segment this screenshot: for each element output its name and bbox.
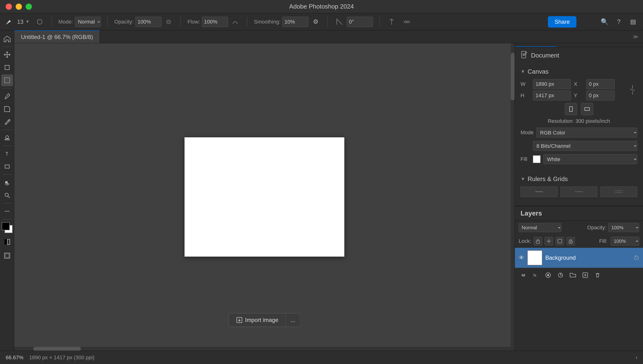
layer-delete-button[interactable] <box>593 270 602 280</box>
home-tool[interactable] <box>1 33 13 45</box>
transform-tool[interactable] <box>1 74 13 86</box>
crop-tool[interactable] <box>1 62 13 74</box>
import-more-button[interactable]: ... <box>286 313 300 327</box>
svg-point-28 <box>570 242 571 242</box>
scrollbar-thumb-h[interactable] <box>33 347 81 351</box>
more-tools[interactable] <box>1 205 13 217</box>
lock-all-icon[interactable] <box>566 237 575 246</box>
status-chevron[interactable]: › <box>636 354 637 361</box>
layer-mask-button[interactable] <box>543 270 553 280</box>
import-image-button[interactable]: Import image <box>228 313 285 327</box>
ruler-style-3[interactable] <box>600 186 637 197</box>
quick-mask-tool[interactable] <box>1 236 13 248</box>
svg-rect-7 <box>5 165 9 168</box>
flow-input[interactable]: 100% <box>202 17 228 27</box>
svg-point-32 <box>547 274 549 276</box>
height-input[interactable]: 1417 px <box>533 90 571 100</box>
ruler-style-2[interactable] <box>560 186 597 197</box>
scrollbar-vertical[interactable] <box>511 43 515 351</box>
document-size: 1890 px × 1417 px (300 ppi) <box>29 354 95 361</box>
ruler-style-1[interactable] <box>521 186 558 197</box>
flow-icon[interactable] <box>230 17 240 27</box>
spacer <box>515 201 643 206</box>
opacity-smoothing-icon[interactable] <box>163 17 174 27</box>
fill-value-select[interactable]: 100% <box>611 237 639 246</box>
smoothing-settings-icon[interactable]: ⚙ <box>310 17 321 27</box>
width-input[interactable]: 1890 px <box>533 79 571 89</box>
mode-label: Mode: <box>59 19 73 25</box>
canvas-section-title: Canvas <box>528 68 549 75</box>
fill-label-panel: Fill <box>521 156 530 162</box>
brush-tool[interactable] <box>1 116 13 128</box>
butterfly-icon[interactable] <box>402 17 412 27</box>
color-swatches[interactable] <box>2 222 13 233</box>
svg-rect-5 <box>5 139 9 140</box>
symmetry-icon[interactable] <box>386 17 397 27</box>
layer-new-button[interactable] <box>580 270 590 280</box>
svg-rect-16 <box>6 254 9 257</box>
canvas-section-header[interactable]: ▼ Canvas <box>521 68 637 75</box>
layers-opacity-select[interactable]: 100% <box>608 223 639 232</box>
x-input[interactable]: 0 px <box>586 79 615 89</box>
height-label: H <box>521 92 530 98</box>
landscape-button[interactable] <box>581 103 593 115</box>
link-dimensions-icon[interactable] <box>628 84 637 96</box>
layers-lock-row: Lock: Fill: 100% <box>515 235 643 248</box>
rectangle-tool[interactable] <box>1 160 13 172</box>
lock-art-icon[interactable] <box>555 237 564 246</box>
maximize-button[interactable] <box>26 4 32 10</box>
minimize-button[interactable] <box>16 4 22 10</box>
background-layer-item[interactable]: 👁 Background <box>515 248 643 268</box>
zoom-tool[interactable] <box>1 189 13 201</box>
layer-link-button[interactable] <box>519 270 528 280</box>
bits-select[interactable]: 8 Bits/Channel <box>533 141 637 151</box>
fill-select[interactable]: White <box>543 154 637 164</box>
stamp-tool[interactable] <box>1 132 13 144</box>
layers-mode-select[interactable]: Normal <box>519 223 561 232</box>
mode-select-panel[interactable]: RGB Color <box>536 128 637 138</box>
tab-collapse-button[interactable]: ≫ <box>628 34 643 40</box>
layer-adjustment-button[interactable] <box>556 270 565 280</box>
smoothing-input[interactable]: 10% <box>282 17 308 27</box>
document-canvas[interactable] <box>185 137 344 256</box>
share-button[interactable]: Share <box>548 16 576 28</box>
document-tab[interactable]: Untitled-1 @ 66.7% (RGB/8) <box>14 30 100 43</box>
angle-icon[interactable] <box>334 17 345 27</box>
hand-tool[interactable] <box>1 176 13 188</box>
brush-hardness-icon[interactable] <box>35 17 45 27</box>
layer-visibility-icon[interactable]: 👁 <box>519 254 524 261</box>
type-tool[interactable]: T <box>1 148 13 160</box>
layer-folder-button[interactable] <box>568 270 578 280</box>
layer-fx-button[interactable]: fx <box>531 270 540 280</box>
scrollbar-horizontal[interactable] <box>14 347 515 351</box>
layout-icon[interactable]: ▤ <box>628 17 638 27</box>
svg-text:fx: fx <box>533 273 536 277</box>
brush-size-chevron[interactable]: ▼ <box>26 19 30 24</box>
svg-rect-26 <box>558 239 562 243</box>
svg-rect-19 <box>569 107 572 112</box>
lock-position-icon[interactable] <box>545 237 553 246</box>
svg-rect-25 <box>536 241 540 243</box>
opacity-input[interactable]: 100% <box>135 17 161 27</box>
move-tool[interactable] <box>1 49 13 60</box>
rulers-grids-header[interactable]: ▼ Rulers & Grids <box>521 175 637 183</box>
fill-color-swatch[interactable] <box>533 156 540 163</box>
flow-item: Flow: 100% <box>187 17 240 27</box>
smoothing-item: Smoothing: 10% ⚙ <box>254 17 321 27</box>
y-input[interactable]: 0 px <box>586 90 615 100</box>
brush-fill-tool[interactable] <box>1 103 13 115</box>
foreground-color-swatch[interactable] <box>2 222 10 230</box>
close-button[interactable] <box>6 4 12 10</box>
angle-input[interactable]: 0° <box>347 17 373 27</box>
portrait-button[interactable] <box>565 103 577 115</box>
eyedropper-tool[interactable] <box>1 90 13 102</box>
layers-panel: Layers Normal Opacity: 100% Lock: <box>515 206 643 282</box>
frame-tool[interactable] <box>1 250 13 262</box>
search-icon[interactable]: 🔍 <box>599 17 610 27</box>
help-icon[interactable]: ? <box>613 17 624 27</box>
mode-select[interactable]: Normal <box>75 17 101 27</box>
lock-pixels-icon[interactable] <box>534 237 542 246</box>
brush-icon <box>5 18 12 26</box>
scrollbar-thumb-v[interactable] <box>511 53 515 100</box>
svg-rect-14 <box>7 239 10 244</box>
